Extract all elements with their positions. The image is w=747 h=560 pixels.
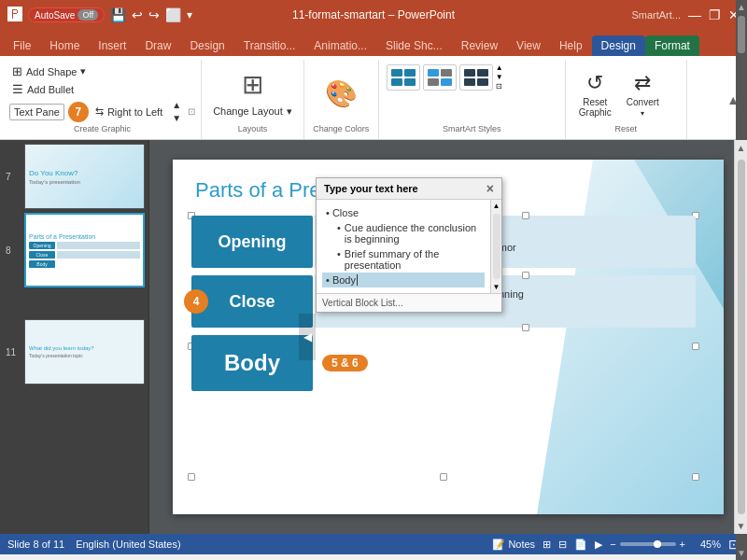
opening-box[interactable]: Opening <box>191 216 313 268</box>
status-left: Slide 8 of 11 English (United States) <box>7 539 181 550</box>
close-label: Close <box>229 292 275 312</box>
close-row-sel-tr[interactable] <box>522 272 529 279</box>
close-box[interactable]: Close <box>191 275 313 328</box>
change-layout-label: Change Layout <box>213 105 283 117</box>
slideshow-button[interactable]: ▶ <box>595 539 602 551</box>
tab-file[interactable]: File <box>4 35 40 56</box>
text-pane-scrollbar[interactable]: ▲ ▼ <box>490 200 501 293</box>
restore-button[interactable]: ❐ <box>709 7 721 22</box>
tp-item-brief: • Brief summary of the presentation <box>322 246 485 273</box>
save-icon[interactable]: 💾 <box>110 7 126 22</box>
canvas-scroll-down-icon[interactable]: ▼ <box>737 518 746 534</box>
notes-icon: 📝 <box>492 539 505 551</box>
text-pane-scroll-down[interactable]: ▼ <box>491 281 502 293</box>
slide-thumb-7[interactable]: Do You Know? Today's presentation <box>24 144 145 209</box>
sel-handle-bl[interactable] <box>188 473 195 481</box>
nav-arrow-left[interactable]: ◀ <box>299 314 316 360</box>
zoom-minus-button[interactable]: − <box>610 539 615 550</box>
add-shape-icon: ⊞ <box>12 64 22 78</box>
redo-icon[interactable]: ↪ <box>148 7 160 22</box>
tab-view[interactable]: View <box>507 35 550 56</box>
slide-thumb-11[interactable]: What did you learn today? Today's presen… <box>24 319 145 385</box>
autosave-state[interactable]: Off <box>78 9 98 21</box>
tab-slideshow[interactable]: Slide Shc... <box>376 35 452 56</box>
text-pane-popup: Type your text here × • Close • Cue audi… <box>316 177 502 313</box>
move-down-button[interactable]: ▼ <box>169 112 184 124</box>
undo-icon[interactable]: ↩ <box>132 7 143 22</box>
text-pane-close-button[interactable]: × <box>486 182 494 195</box>
tp-item-body-active[interactable]: • Body <box>322 273 485 287</box>
add-bullet-button[interactable]: ☰ Add Bullet <box>9 81 195 97</box>
sel-handle-br[interactable] <box>692 473 699 481</box>
create-graphic-label: Create Graphic <box>9 124 195 135</box>
zoom-track[interactable] <box>620 542 676 546</box>
text-pane-footer[interactable]: Vertical Block List... <box>317 293 501 312</box>
dropdown-icon[interactable]: ▾ <box>187 8 192 21</box>
tab-review[interactable]: Review <box>452 35 507 56</box>
zoom-thumb[interactable] <box>654 540 661 548</box>
add-shape-dropdown-icon[interactable]: ▾ <box>80 65 86 77</box>
ribbon-group-reset: ↺ ResetGraphic ⇄ Convert ▾ Reset <box>566 60 687 139</box>
smartart-tab-label: SmartArt... <box>631 9 681 21</box>
convert-button[interactable]: ⇄ Convert ▾ <box>621 66 665 122</box>
reset-graphic-button[interactable]: ↺ ResetGraphic <box>573 66 617 122</box>
smartart-style-1[interactable] <box>387 64 420 91</box>
language-info: English (United States) <box>76 539 181 550</box>
reading-view-button[interactable]: 📄 <box>574 539 587 551</box>
tab-home[interactable]: Home <box>40 35 89 56</box>
smartart-style-2[interactable] <box>423 64 457 91</box>
notes-button[interactable]: 📝 Notes <box>492 539 535 551</box>
tab-design[interactable]: Design <box>180 35 233 56</box>
change-layout-button[interactable]: Change Layout ▾ <box>209 104 296 119</box>
sel-handle-bm[interactable] <box>440 473 447 481</box>
main-area: 7 Do You Know? Today's presentation 8 Pa… <box>0 140 747 534</box>
add-bullet-label: Add Bullet <box>27 84 74 95</box>
zoom-plus-button[interactable]: + <box>680 539 685 550</box>
tab-format[interactable]: Format <box>645 35 699 56</box>
slide-11-number: 11 <box>6 347 16 357</box>
add-bullet-icon: ☰ <box>12 82 23 96</box>
slide-11-container: 11 What did you learn today? Today's pre… <box>24 319 145 385</box>
close-row-sel-br[interactable] <box>522 324 529 331</box>
tab-insert[interactable]: Insert <box>89 35 135 56</box>
tp-bullet-brief: • Brief summary of the presentation <box>337 248 481 271</box>
tab-smartart-design[interactable]: Design <box>592 35 645 56</box>
styles-scroll[interactable]: ▲ ▼ ⊡ <box>496 63 503 91</box>
change-colors-icon[interactable]: 🎨 <box>325 78 358 109</box>
row-sel-tr[interactable] <box>522 212 529 219</box>
zoom-slider[interactable]: − + <box>610 539 685 550</box>
text-pane-body[interactable]: • Close • Cue audience the conclusion is… <box>317 200 490 293</box>
text-pane-button[interactable]: Text Pane <box>9 104 64 120</box>
tab-draw[interactable]: Draw <box>135 35 180 56</box>
autosave-toggle[interactable]: AutoSave Off <box>28 7 105 22</box>
canvas-scroll-up-icon[interactable]: ▲ <box>737 140 746 156</box>
body-box[interactable]: Body <box>191 335 313 391</box>
reset-label: Reset <box>573 124 679 135</box>
normal-view-button[interactable]: ⊞ <box>543 539 551 551</box>
minimize-button[interactable]: — <box>688 7 701 22</box>
slide-sorter-button[interactable]: ⊟ <box>558 539 567 551</box>
right-to-left-button[interactable]: ⇆ Right to Left <box>92 105 165 119</box>
tab-help[interactable]: Help <box>550 35 592 56</box>
smartart-style-grid: ▲ ▼ ⊡ <box>387 63 557 91</box>
move-up-button[interactable]: ▲ <box>169 99 184 111</box>
ribbon: ⊞ Add Shape ▾ ☰ Add Bullet Text Pane 7 ⇆… <box>0 56 747 140</box>
reset-graphic-icon: ↺ <box>586 71 603 95</box>
text-pane-scroll-up[interactable]: ▲ <box>491 200 502 212</box>
smartart-style-3[interactable] <box>459 64 493 91</box>
canvas-scrollbar[interactable]: ▲ ▼ <box>734 140 747 534</box>
ribbon-group-create-graphic: ⊞ Add Shape ▾ ☰ Add Bullet Text Pane 7 ⇆… <box>4 60 202 139</box>
add-shape-button[interactable]: ⊞ Add Shape ▾ <box>9 63 195 79</box>
text-pane-footer-text: Vertical Block List... <box>322 298 403 308</box>
presenter-icon[interactable]: ⬜ <box>165 7 181 22</box>
tab-animations[interactable]: Animatio... <box>304 35 376 56</box>
reset-buttons: ↺ ResetGraphic ⇄ Convert ▾ <box>573 63 679 124</box>
slide-panel[interactable]: 7 Do You Know? Today's presentation 8 Pa… <box>0 140 149 534</box>
slide-7-container: 7 Do You Know? Today's presentation <box>24 144 145 209</box>
zoom-level[interactable]: 45% <box>693 539 721 550</box>
tab-transitions[interactable]: Transitio... <box>234 35 305 56</box>
opening-label: Opening <box>218 232 287 252</box>
change-layout-icon: ⊞ <box>242 69 263 100</box>
slide-thumb-8[interactable]: Parts of a Presentation Opening Close Bo… <box>24 213 145 287</box>
canvas-area: ◀ Parts of a Presentation <box>149 140 747 534</box>
